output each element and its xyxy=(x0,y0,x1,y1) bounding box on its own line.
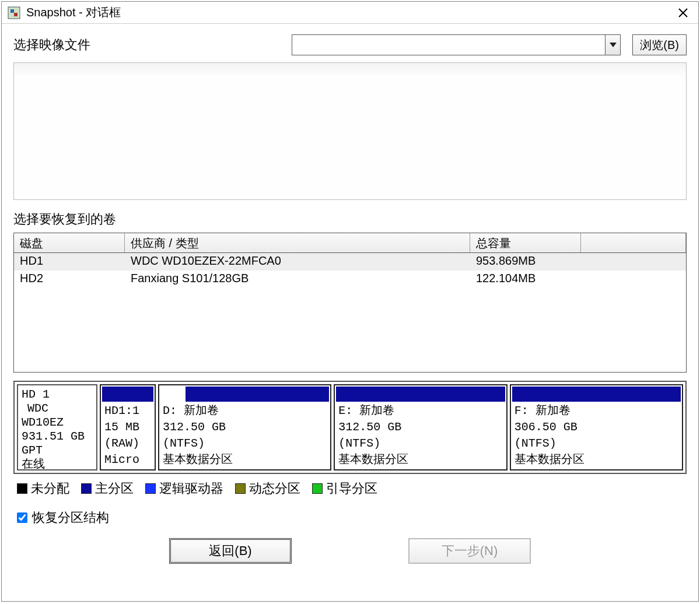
table-row[interactable]: HD2 Fanxiang S101/128GB 122.104MB xyxy=(14,271,686,288)
back-button[interactable]: 返回(B) xyxy=(169,538,292,564)
next-button[interactable]: 下一步(N) xyxy=(408,538,531,564)
swatch-icon xyxy=(145,483,156,494)
restore-structure-label: 恢复分区结构 xyxy=(32,509,109,526)
select-image-row: 选择映像文件 浏览(B) xyxy=(13,34,687,55)
partition-usage-bar xyxy=(102,387,153,402)
partition-size: 15 MB xyxy=(101,419,155,436)
close-button[interactable] xyxy=(671,4,695,22)
legend-boot: 引导分区 xyxy=(312,480,377,497)
swatch-icon xyxy=(81,483,92,494)
content-area: 选择映像文件 浏览(B) 选择要恢复到的卷 磁盘 供应商 / 类型 总容量 HD xyxy=(2,24,698,601)
close-icon xyxy=(678,8,688,18)
swatch-icon xyxy=(312,483,323,494)
titlebar: Snapshot - 对话框 xyxy=(2,2,698,24)
header-disk[interactable]: 磁盘 xyxy=(14,233,125,252)
legend-unallocated: 未分配 xyxy=(17,480,69,497)
header-vendor[interactable]: 供应商 / 类型 xyxy=(125,233,470,252)
disk-model: WDC WD10EZ xyxy=(22,402,93,430)
disk-table-body: HD1 WDC WD10EZEX-22MFCA0 953.869MB HD2 F… xyxy=(14,253,686,372)
restore-structure-checkbox-row[interactable]: 恢复分区结构 xyxy=(17,509,687,526)
table-row[interactable]: HD1 WDC WD10EZEX-22MFCA0 953.869MB xyxy=(14,253,686,271)
cell-capacity: 953.869MB xyxy=(470,254,581,269)
legend-primary: 主分区 xyxy=(81,480,134,497)
combobox-dropdown-button[interactable] xyxy=(605,35,620,55)
partition-usage-bar xyxy=(336,387,505,402)
disk-size: 931.51 GB xyxy=(22,430,93,444)
browse-button[interactable]: 浏览(B) xyxy=(632,34,687,55)
disk-name: HD 1 xyxy=(22,388,93,402)
restore-structure-checkbox[interactable] xyxy=(17,512,27,523)
legend-logical: 逻辑驱动器 xyxy=(145,480,223,497)
svg-rect-1 xyxy=(10,9,14,13)
legend-dynamic: 动态分区 xyxy=(235,480,300,497)
cell-disk: HD2 xyxy=(14,272,125,287)
svg-rect-2 xyxy=(14,13,18,16)
partition-usage-bar xyxy=(512,387,681,402)
window-title: Snapshot - 对话框 xyxy=(26,5,671,20)
header-extra[interactable] xyxy=(581,233,686,252)
image-file-input[interactable] xyxy=(292,35,605,55)
disk-info-box[interactable]: HD 1 WDC WD10EZ 931.51 GB GPT 在线 xyxy=(17,384,97,470)
partition-size: 312.50 GB xyxy=(159,419,330,436)
cell-vendor: Fanxiang S101/128GB xyxy=(125,272,470,287)
cell-disk: HD1 xyxy=(14,254,125,269)
partition-fs: (NTFS) xyxy=(159,436,330,452)
partition-label: F: 新加卷 xyxy=(511,403,682,419)
partition-label: D: 新加卷 xyxy=(159,403,330,419)
partition-fs: (NTFS) xyxy=(335,436,506,452)
swatch-icon xyxy=(17,483,27,494)
svg-marker-5 xyxy=(610,43,617,47)
partition-panel: HD 1 WDC WD10EZ 931.51 GB GPT 在线 HD1:1 1… xyxy=(13,381,687,474)
partition-size: 312.50 GB xyxy=(335,419,506,436)
disk-table-header: 磁盘 供应商 / 类型 总容量 xyxy=(14,233,686,253)
disk-table: 磁盘 供应商 / 类型 总容量 HD1 WDC WD10EZEX-22MFCA0… xyxy=(13,233,687,373)
image-file-combobox[interactable] xyxy=(292,34,621,55)
partition-box[interactable]: D: 新加卷 312.50 GB (NTFS) 基本数据分区 xyxy=(158,384,331,470)
partition-type: 基本数据分区 xyxy=(159,452,330,468)
partition-label: HD1:1 xyxy=(101,403,155,419)
select-image-label: 选择映像文件 xyxy=(13,36,101,54)
partition-type: 基本数据分区 xyxy=(511,452,682,468)
dialog-window: Snapshot - 对话框 选择映像文件 浏览(B) 选择要恢复到的卷 磁盘 … xyxy=(1,1,699,602)
partition-box[interactable]: E: 新加卷 312.50 GB (NTFS) 基本数据分区 xyxy=(334,384,507,470)
cell-vendor: WDC WD10EZEX-22MFCA0 xyxy=(125,254,470,269)
partition-box[interactable]: HD1:1 15 MB (RAW) Micro xyxy=(100,384,156,470)
partition-fs: (NTFS) xyxy=(511,436,682,452)
partition-box[interactable]: F: 新加卷 306.50 GB (NTFS) 基本数据分区 xyxy=(510,384,683,470)
cell-capacity: 122.104MB xyxy=(470,272,581,287)
button-row: 返回(B) 下一步(N) xyxy=(13,538,687,570)
swatch-icon xyxy=(235,483,246,494)
partition-size: 306.50 GB xyxy=(511,419,682,436)
partition-usage-bar xyxy=(160,387,329,402)
chevron-down-icon xyxy=(610,43,617,47)
app-icon xyxy=(8,6,20,19)
header-capacity[interactable]: 总容量 xyxy=(470,233,581,252)
disk-status: 在线 xyxy=(22,458,93,470)
disk-scheme: GPT xyxy=(22,444,93,458)
partition-legend: 未分配 主分区 逻辑驱动器 动态分区 引导分区 xyxy=(13,480,687,497)
partition-label: E: 新加卷 xyxy=(335,403,506,419)
partition-type: Micro xyxy=(101,452,155,468)
partition-type: 基本数据分区 xyxy=(335,452,506,468)
select-volume-label: 选择要恢复到的卷 xyxy=(13,210,687,228)
image-preview-area xyxy=(13,62,687,200)
partition-fs: (RAW) xyxy=(101,436,155,452)
